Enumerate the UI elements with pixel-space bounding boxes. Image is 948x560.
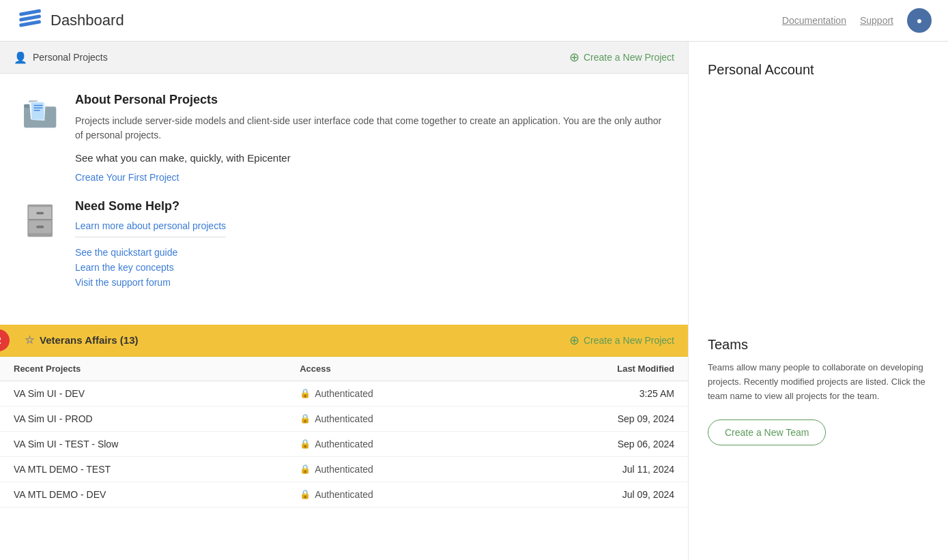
need-help-title: Need Some Help? (75, 199, 226, 213)
access-label: Authenticated (315, 489, 373, 500)
plus-circle-icon: ⊕ (569, 50, 579, 65)
veterans-affairs-section: 2 ☆ Veterans Affairs (13) ⊕ Create a New… (0, 325, 688, 507)
table-row[interactable]: VA Sim UI - DEV 🔒 Authenticated 3:25 AM (0, 381, 688, 406)
left-panel: 👤 Personal Projects ⊕ Create a New Proje… (0, 42, 689, 560)
lock-icon: 🔒 (300, 489, 311, 499)
folder-icon (23, 95, 60, 130)
see-what-text: See what you can make, quickly, with Epi… (75, 151, 667, 166)
lock-icon: 🔒 (300, 413, 311, 424)
need-help-block: Need Some Help? Learn more about persona… (20, 199, 667, 288)
header: Dashboard Documentation Support ● (0, 0, 948, 42)
person-icon: 👤 (14, 51, 27, 64)
project-access: 🔒 Authenticated (286, 381, 504, 406)
project-access: 🔒 Authenticated (286, 406, 504, 431)
project-name[interactable]: VA Sim UI - TEST - Slow (0, 431, 286, 456)
badge-number: 2 (0, 335, 1, 346)
personal-projects-title: Personal Projects (33, 52, 108, 63)
access-label: Authenticated (315, 413, 373, 424)
create-personal-project-btn[interactable]: ⊕ Create a New Project (569, 50, 674, 65)
access-label: Authenticated (315, 464, 373, 475)
personal-projects-header: 👤 Personal Projects ⊕ Create a New Proje… (0, 42, 688, 74)
col-access: Access (286, 357, 504, 381)
support-forum-link[interactable]: Visit the support forum (75, 277, 226, 288)
header-nav: Documentation Support ● (782, 8, 932, 33)
logo-area: Dashboard (16, 7, 124, 34)
table-row[interactable]: VA Sim UI - PROD 🔒 Authenticated Sep 09,… (0, 406, 688, 431)
project-modified: 3:25 AM (504, 381, 688, 406)
personal-projects-header-left: 👤 Personal Projects (14, 51, 108, 64)
col-last-modified: Last Modified (504, 357, 688, 381)
personal-account-title: Personal Account (708, 62, 929, 78)
folder-icon-area (20, 93, 61, 183)
team-name[interactable]: Veterans Affairs (13) (40, 334, 139, 346)
svg-rect-8 (31, 102, 44, 120)
plus-circle-icon-2: ⊕ (569, 333, 579, 348)
create-first-project-link[interactable]: Create Your First Project (75, 172, 179, 183)
user-avatar[interactable]: ● (907, 8, 932, 33)
help-divider (75, 237, 226, 237)
create-personal-project-label: Create a New Project (584, 52, 674, 63)
lock-icon: 🔒 (300, 388, 311, 398)
create-new-team-btn[interactable]: Create a New Team (708, 419, 826, 445)
col-recent-projects: Recent Projects (0, 357, 286, 381)
project-access: 🔒 Authenticated (286, 482, 504, 507)
svg-rect-16 (36, 225, 44, 228)
project-modified: Jul 09, 2024 (504, 482, 688, 507)
help-content: Need Some Help? Learn more about persona… (75, 199, 226, 288)
right-panel: Personal Account Teams Teams allow many … (689, 42, 948, 560)
cabinet-icon (23, 202, 60, 239)
main-layout: 👤 Personal Projects ⊕ Create a New Proje… (0, 42, 948, 560)
table-row[interactable]: VA Sim UI - TEST - Slow 🔒 Authenticated … (0, 431, 688, 456)
project-name[interactable]: VA Sim UI - PROD (0, 406, 286, 431)
access-label: Authenticated (315, 388, 373, 399)
project-name[interactable]: VA MTL DEMO - DEV (0, 482, 286, 507)
star-icon[interactable]: ☆ (25, 334, 34, 347)
support-link[interactable]: Support (860, 15, 893, 26)
about-personal-projects-block: About Personal Projects Projects include… (20, 93, 667, 183)
avatar-initials: ● (917, 15, 922, 26)
project-modified: Jul 11, 2024 (504, 456, 688, 482)
project-name[interactable]: VA MTL DEMO - TEST (0, 456, 286, 482)
table-header-row: Recent Projects Access Last Modified (0, 357, 688, 381)
about-personal-title: About Personal Projects (75, 93, 667, 107)
key-concepts-link[interactable]: Learn the key concepts (75, 262, 226, 273)
project-access: 🔒 Authenticated (286, 456, 504, 482)
veterans-affairs-header: 2 ☆ Veterans Affairs (13) ⊕ Create a New… (0, 325, 688, 357)
create-team-project-label: Create a New Project (584, 335, 674, 346)
project-modified: Sep 06, 2024 (504, 431, 688, 456)
table-row[interactable]: VA MTL DEMO - DEV 🔒 Authenticated Jul 09… (0, 482, 688, 507)
teams-right-panel: Teams Teams allow many people to collabo… (708, 337, 929, 445)
teams-description: Teams allow many people to collaborate o… (708, 361, 929, 403)
help-links-list: See the quickstart guide Learn the key c… (75, 247, 226, 288)
project-modified: Sep 09, 2024 (504, 406, 688, 431)
projects-table: Recent Projects Access Last Modified VA … (0, 357, 688, 507)
app-title: Dashboard (51, 12, 124, 29)
learn-more-personal-link[interactable]: Learn more about personal projects (75, 220, 226, 231)
access-label: Authenticated (315, 439, 373, 450)
teams-title: Teams (708, 337, 929, 353)
quickstart-link[interactable]: See the quickstart guide (75, 247, 226, 258)
about-section: About Personal Projects Projects include… (0, 74, 688, 318)
lock-icon: 🔒 (300, 439, 311, 449)
project-name[interactable]: VA Sim UI - DEV (0, 381, 286, 406)
project-access: 🔒 Authenticated (286, 431, 504, 456)
about-personal-content: About Personal Projects Projects include… (75, 93, 667, 183)
create-team-project-btn[interactable]: ⊕ Create a New Project (569, 333, 674, 348)
app-logo-icon (16, 7, 44, 34)
svg-rect-15 (36, 211, 44, 214)
lock-icon: 🔒 (300, 464, 311, 474)
documentation-link[interactable]: Documentation (782, 15, 846, 26)
about-personal-text: Projects include server-side models and … (75, 114, 667, 143)
cabinet-icon-area (20, 199, 61, 288)
notification-badge: 2 (0, 329, 10, 351)
team-header-left: ☆ Veterans Affairs (13) (25, 334, 139, 347)
table-row[interactable]: VA MTL DEMO - TEST 🔒 Authenticated Jul 1… (0, 456, 688, 482)
